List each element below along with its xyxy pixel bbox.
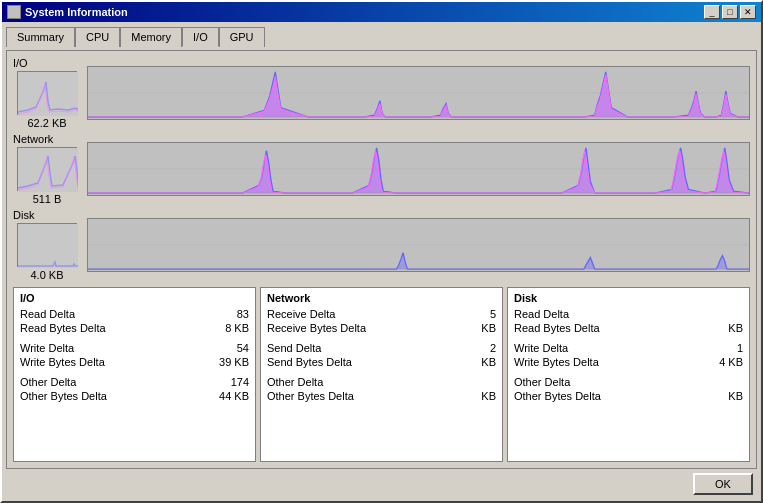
disk-write-delta-label: Write Delta bbox=[514, 342, 568, 354]
io-chart-svg bbox=[88, 67, 749, 119]
io-read-delta-value: 83 bbox=[209, 308, 249, 320]
disk-stats-box: Disk Read Delta Read Bytes Delta KB Writ… bbox=[507, 287, 750, 462]
table-row: Receive Delta 5 bbox=[267, 308, 496, 320]
net-send-bytes-value: KB bbox=[456, 356, 496, 368]
network-chart-svg bbox=[88, 143, 749, 195]
table-row: Read Delta bbox=[514, 308, 743, 320]
net-other-delta-value bbox=[456, 376, 496, 388]
table-row: Other Bytes Delta 44 KB bbox=[20, 390, 249, 402]
disk-thumbnail bbox=[17, 223, 77, 267]
io-write-bytes-label: Write Bytes Delta bbox=[20, 356, 105, 368]
network-stats-box: Network Receive Delta 5 Receive Bytes De… bbox=[260, 287, 503, 462]
disk-stats-title: Disk bbox=[514, 292, 743, 304]
net-send-bytes-label: Send Bytes Delta bbox=[267, 356, 352, 368]
tab-memory[interactable]: Memory bbox=[120, 27, 182, 47]
maximize-button[interactable]: □ bbox=[722, 5, 738, 19]
io-chart-main bbox=[87, 66, 750, 120]
io-other-bytes-label: Other Bytes Delta bbox=[20, 390, 107, 402]
window-title: System Information bbox=[25, 6, 128, 18]
io-write-delta-label: Write Delta bbox=[20, 342, 74, 354]
disk-write-delta-value: 1 bbox=[703, 342, 743, 354]
ok-button[interactable]: OK bbox=[693, 473, 753, 495]
disk-write-bytes-value: 4 KB bbox=[703, 356, 743, 368]
tab-content-io: I/O 62.2 KB bbox=[6, 50, 757, 469]
table-row: Other Bytes Delta KB bbox=[267, 390, 496, 402]
content-area: Summary CPU Memory I/O GPU I/O bbox=[2, 22, 761, 501]
title-bar-buttons: _ □ ✕ bbox=[704, 5, 756, 19]
table-row: Write Bytes Delta 39 KB bbox=[20, 356, 249, 368]
io-other-bytes-value: 44 KB bbox=[209, 390, 249, 402]
table-row: Receive Bytes Delta KB bbox=[267, 322, 496, 334]
io-stats-box: I/O Read Delta 83 Read Bytes Delta 8 KB … bbox=[13, 287, 256, 462]
net-send-delta-value: 2 bbox=[456, 342, 496, 354]
title-bar-text: System Information bbox=[7, 5, 128, 19]
network-thumb-svg bbox=[18, 148, 78, 192]
disk-thumb-svg bbox=[18, 224, 78, 268]
title-bar: System Information _ □ ✕ bbox=[2, 2, 761, 22]
net-other-bytes-value: KB bbox=[456, 390, 496, 402]
io-chart-section: I/O 62.2 KB bbox=[13, 57, 750, 129]
io-value: 62.2 KB bbox=[27, 117, 66, 129]
network-label: Network bbox=[13, 133, 53, 145]
disk-value: 4.0 KB bbox=[30, 269, 63, 281]
network-label-box: Network 511 B bbox=[13, 133, 81, 205]
net-other-bytes-label: Other Bytes Delta bbox=[267, 390, 354, 402]
disk-read-bytes-label: Read Bytes Delta bbox=[514, 322, 600, 334]
network-thumbnail bbox=[17, 147, 77, 191]
disk-chart-main bbox=[87, 218, 750, 272]
net-rcv-delta-value: 5 bbox=[456, 308, 496, 320]
net-rcv-bytes-label: Receive Bytes Delta bbox=[267, 322, 366, 334]
tab-summary[interactable]: Summary bbox=[6, 27, 75, 47]
disk-other-delta-label: Other Delta bbox=[514, 376, 570, 388]
network-stats-title: Network bbox=[267, 292, 496, 304]
io-read-delta-label: Read Delta bbox=[20, 308, 75, 320]
stats-area: I/O Read Delta 83 Read Bytes Delta 8 KB … bbox=[13, 287, 750, 462]
table-row: Write Delta 54 bbox=[20, 342, 249, 354]
io-write-delta-value: 54 bbox=[209, 342, 249, 354]
app-icon bbox=[7, 5, 21, 19]
disk-other-delta-value bbox=[703, 376, 743, 388]
disk-write-bytes-label: Write Bytes Delta bbox=[514, 356, 599, 368]
table-row: Other Bytes Delta KB bbox=[514, 390, 743, 402]
net-send-delta-label: Send Delta bbox=[267, 342, 321, 354]
io-label-box: I/O 62.2 KB bbox=[13, 57, 81, 129]
io-other-delta-value: 174 bbox=[209, 376, 249, 388]
tab-gpu[interactable]: GPU bbox=[219, 27, 265, 47]
net-rcv-bytes-value: KB bbox=[456, 322, 496, 334]
table-row: Other Delta bbox=[267, 376, 496, 388]
table-row: Read Bytes Delta KB bbox=[514, 322, 743, 334]
disk-label-box: Disk 4.0 KB bbox=[13, 209, 81, 281]
io-read-bytes-label: Read Bytes Delta bbox=[20, 322, 106, 334]
tab-io[interactable]: I/O bbox=[182, 27, 219, 47]
network-chart-section: Network 511 B bbox=[13, 133, 750, 205]
disk-other-bytes-label: Other Bytes Delta bbox=[514, 390, 601, 402]
table-row: Read Delta 83 bbox=[20, 308, 249, 320]
table-row: Send Delta 2 bbox=[267, 342, 496, 354]
table-row: Other Delta 174 bbox=[20, 376, 249, 388]
tab-cpu[interactable]: CPU bbox=[75, 27, 120, 47]
disk-label: Disk bbox=[13, 209, 34, 221]
io-other-delta-label: Other Delta bbox=[20, 376, 76, 388]
network-chart-main bbox=[87, 142, 750, 196]
close-button[interactable]: ✕ bbox=[740, 5, 756, 19]
minimize-button[interactable]: _ bbox=[704, 5, 720, 19]
main-window: System Information _ □ ✕ Summary CPU Mem… bbox=[0, 0, 763, 503]
io-stats-title: I/O bbox=[20, 292, 249, 304]
table-row: Other Delta bbox=[514, 376, 743, 388]
bottom-bar: OK bbox=[6, 469, 757, 497]
table-row: Write Bytes Delta 4 KB bbox=[514, 356, 743, 368]
io-write-bytes-value: 39 KB bbox=[209, 356, 249, 368]
net-other-delta-label: Other Delta bbox=[267, 376, 323, 388]
disk-read-delta-value bbox=[703, 308, 743, 320]
disk-other-bytes-value: KB bbox=[703, 390, 743, 402]
disk-read-bytes-value: KB bbox=[703, 322, 743, 334]
net-rcv-delta-label: Receive Delta bbox=[267, 308, 335, 320]
io-thumbnail bbox=[17, 71, 77, 115]
io-thumb-svg bbox=[18, 72, 78, 116]
io-label: I/O bbox=[13, 57, 28, 69]
disk-read-delta-label: Read Delta bbox=[514, 308, 569, 320]
table-row: Write Delta 1 bbox=[514, 342, 743, 354]
disk-chart-svg bbox=[88, 219, 749, 271]
io-read-bytes-value: 8 KB bbox=[209, 322, 249, 334]
network-value: 511 B bbox=[33, 193, 62, 205]
